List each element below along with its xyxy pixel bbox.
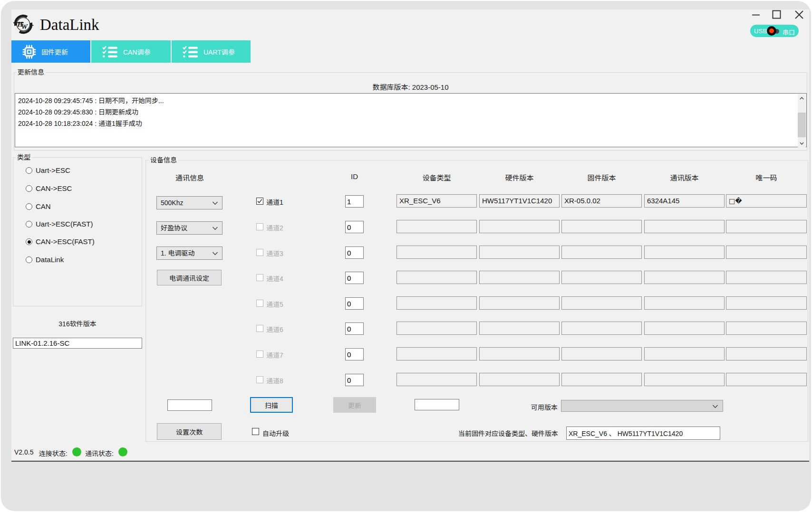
channel-4-device-type-field[interactable]: [396, 271, 477, 284]
channel-1-uid-field[interactable]: □�: [726, 194, 807, 208]
channel-8-fw-version-field[interactable]: [561, 373, 642, 386]
channel-6-device-type-field[interactable]: [396, 322, 477, 335]
channel-3-id-input[interactable]: [345, 247, 364, 259]
channel-4-comm-version-field[interactable]: [644, 271, 725, 284]
radio-on-icon[interactable]: [26, 238, 32, 245]
channel-7-fw-version-field[interactable]: [561, 347, 642, 360]
set-times-button[interactable]: 设置次数: [157, 423, 222, 440]
auto-upgrade-checkbox[interactable]: [252, 428, 259, 435]
channel-6-uid-field[interactable]: [726, 322, 807, 335]
software-version-input[interactable]: [13, 338, 142, 349]
channel-2-uid-field[interactable]: [726, 220, 807, 233]
tab-label: CAN调参: [123, 47, 151, 57]
channel-8-hw-version-field[interactable]: [479, 373, 560, 386]
channel-7-id-input[interactable]: [345, 348, 364, 360]
minimize-button[interactable]: [749, 9, 763, 20]
channel-8-id-input[interactable]: [345, 374, 364, 386]
channel-2-fw-version-field[interactable]: [561, 220, 642, 233]
column-header-uid: 唯一码: [726, 172, 807, 182]
channel-6-fw-version-field[interactable]: [561, 322, 642, 335]
channel-3-fw-version-field[interactable]: [561, 246, 642, 259]
current-firmware-input[interactable]: [566, 427, 720, 440]
channel-3-comm-version-field[interactable]: [644, 246, 725, 259]
app-logo: H W: [13, 13, 34, 35]
comm-status-indicator: [118, 447, 127, 456]
channel-2-device-type-field[interactable]: [396, 220, 477, 233]
channel-2-checkbox[interactable]: [256, 223, 263, 230]
available-version-select[interactable]: [561, 400, 723, 412]
channel-4-id-input[interactable]: [345, 272, 364, 284]
channel-3-device-type-field[interactable]: [396, 246, 477, 259]
channel-4-checkbox[interactable]: [256, 274, 263, 281]
tab-uart-tuning[interactable]: UART调参: [172, 40, 251, 63]
channel-1-id-input[interactable]: [345, 195, 364, 208]
channel-2-hw-version-field[interactable]: [479, 220, 560, 233]
channel-6-checkbox[interactable]: [256, 325, 263, 332]
channel-5-fw-version-field[interactable]: [561, 296, 642, 310]
channel-1-checkbox[interactable]: [256, 198, 263, 205]
radio-off-icon[interactable]: [26, 221, 32, 228]
channel-2-id-input[interactable]: [345, 221, 364, 233]
channel-7-uid-field[interactable]: [726, 347, 807, 360]
radio-off-icon[interactable]: [26, 185, 32, 192]
channel-8-comm-version-field[interactable]: [644, 373, 725, 386]
scan-button[interactable]: 扫描: [250, 397, 293, 413]
checklist-icon: [183, 45, 198, 58]
scroll-up-button[interactable]: [798, 94, 806, 102]
scroll-down-button[interactable]: [798, 139, 806, 147]
maximize-button[interactable]: [771, 9, 783, 21]
channel-1-comm-version-field[interactable]: 6324A145: [644, 194, 725, 208]
radio-off-icon[interactable]: [26, 167, 32, 174]
chevron-down-icon: [712, 405, 718, 408]
channel-5-comm-version-field[interactable]: [644, 296, 725, 310]
channel-3-uid-field[interactable]: [726, 246, 807, 259]
channel-1-hw-version-field[interactable]: HW5117YT1V1C1420: [479, 194, 560, 208]
channel-5-id-input[interactable]: [345, 297, 364, 310]
log-scrollbar-thumb[interactable]: [798, 113, 806, 137]
close-button[interactable]: [793, 9, 805, 21]
channel-5-uid-field[interactable]: [726, 296, 807, 310]
channel-2-comm-version-field[interactable]: [644, 220, 725, 233]
channel-7-label: 通道7: [266, 350, 283, 360]
chevron-down-icon: [212, 201, 218, 205]
channel-6-comm-version-field[interactable]: [644, 322, 725, 335]
channel-1-fw-version-field[interactable]: XR-05.0.02: [561, 194, 642, 208]
times-input[interactable]: [167, 399, 212, 411]
channel-3-checkbox[interactable]: [256, 249, 263, 256]
progress-input[interactable]: [415, 399, 459, 410]
channel-6-hw-version-field[interactable]: [479, 322, 560, 335]
column-header-id: ID: [345, 172, 364, 180]
radio-off-icon[interactable]: [26, 256, 32, 263]
chevron-down-icon: [212, 227, 218, 230]
channel-1-device-type-field[interactable]: XR_ESC_V6: [396, 194, 477, 208]
svg-text:W: W: [21, 23, 29, 30]
log-scrollbar[interactable]: [798, 94, 806, 147]
channel-8-uid-field[interactable]: [726, 373, 807, 386]
update-log[interactable]: 2024-10-28 09:29:45:745 : 日期不同，开始同步... 2…: [15, 93, 807, 147]
channel-8-checkbox[interactable]: [256, 376, 263, 383]
channel-4-hw-version-field[interactable]: [479, 271, 560, 284]
channel-8-device-type-field[interactable]: [396, 373, 477, 386]
channel-5-checkbox[interactable]: [256, 300, 263, 307]
channel-5-hw-version-field[interactable]: [479, 296, 560, 310]
channel-7-checkbox[interactable]: [256, 351, 263, 358]
update-button[interactable]: 更新: [333, 397, 376, 413]
radio-off-icon[interactable]: [26, 203, 32, 210]
channel-7-device-type-field[interactable]: [396, 347, 477, 360]
channel-6-id-input[interactable]: [345, 322, 364, 335]
esc-comm-setup-button[interactable]: 电调通讯设定: [157, 270, 222, 285]
protocol-select[interactable]: 好盈协议: [156, 221, 222, 235]
drive-select[interactable]: 1. 电调驱动: [156, 247, 222, 260]
usb-label: USB: [754, 28, 767, 35]
tab-label: 固件更新: [41, 47, 68, 57]
channel-5-device-type-field[interactable]: [396, 296, 477, 310]
tab-firmware-update[interactable]: 固件更新: [11, 40, 90, 63]
channel-4-uid-field[interactable]: [726, 271, 807, 284]
channel-7-comm-version-field[interactable]: [644, 347, 725, 360]
baud-rate-select[interactable]: 500Khz: [156, 196, 222, 209]
update-info-group-label: 更新信息: [16, 68, 46, 76]
channel-7-hw-version-field[interactable]: [479, 347, 560, 360]
tab-can-tuning[interactable]: CAN调参: [91, 40, 171, 63]
channel-4-fw-version-field[interactable]: [561, 271, 642, 284]
channel-3-hw-version-field[interactable]: [479, 246, 560, 259]
